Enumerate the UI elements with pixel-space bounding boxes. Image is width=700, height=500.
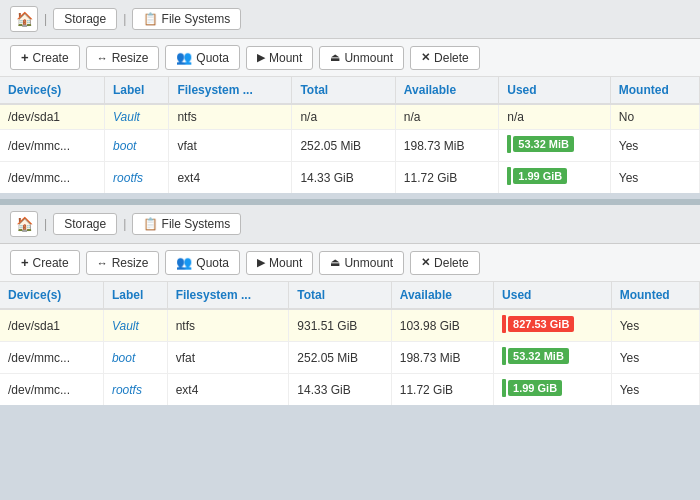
used-cell: 53.32 MiB [494,342,612,374]
table-container: Device(s)LabelFilesystem ...TotalAvailab… [0,77,700,193]
table-body: /dev/sda1 Vault ntfs 931.51 GiB 103.98 G… [0,309,700,405]
total-cell: n/a [292,104,395,130]
mount-button[interactable]: ▶Mount [246,46,313,70]
device-cell: /dev/sda1 [0,104,105,130]
breadcrumb-bar: 🏠 | Storage | 📋 File Systems [0,205,700,244]
breadcrumb-storage[interactable]: Storage [53,213,117,235]
used-bar: 827.53 GiB [502,315,574,333]
plus-icon: + [21,50,29,65]
delete-button[interactable]: ✕Delete [410,46,480,70]
resize-button[interactable]: ↔Resize [86,251,160,275]
panel-1: 🏠 | Storage | 📋 File Systems +Create↔Res… [0,0,700,193]
used-cell: n/a [499,104,611,130]
create-button[interactable]: +Create [10,45,80,70]
table-container: Device(s)LabelFilesystem ...TotalAvailab… [0,282,700,405]
mount-label: Mount [269,51,302,65]
mounted-cell: Yes [611,309,699,342]
col-header-mounted: Mounted [611,282,699,309]
col-header-available: Available [391,282,493,309]
mount-button[interactable]: ▶Mount [246,251,313,275]
home-button[interactable]: 🏠 [10,6,38,32]
label-cell: boot [103,342,167,374]
create-button[interactable]: +Create [10,250,80,275]
col-header-used: Used [494,282,612,309]
mounted-cell: No [610,104,699,130]
quota-label: Quota [196,256,229,270]
quota-label: Quota [196,51,229,65]
breadcrumb-filesystems[interactable]: 📋 File Systems [132,213,241,235]
table-row: /dev/mmc... boot vfat 252.05 MiB 198.73 … [0,342,700,374]
quota-button[interactable]: 👥Quota [165,250,240,275]
col-header-available: Available [395,77,498,104]
used-bar: 53.32 MiB [507,135,574,153]
used-badge: 1.99 GiB [508,380,562,396]
toolbar: +Create↔Resize👥Quota▶Mount⏏Unmount✕Delet… [0,39,700,77]
col-header-filesystem----: Filesystem ... [169,77,292,104]
mount-label: Mount [269,256,302,270]
table-header-row: Device(s)LabelFilesystem ...TotalAvailab… [0,282,700,309]
separator-1: | [42,217,49,231]
used-cell: 53.32 MiB [499,130,611,162]
mount-icon: ▶ [257,51,265,64]
quota-icon: 👥 [176,50,192,65]
table-row: /dev/sda1 Vault ntfs 931.51 GiB 103.98 G… [0,309,700,342]
device-cell: /dev/mmc... [0,374,103,406]
unmount-label: Unmount [344,256,393,270]
mounted-cell: Yes [610,130,699,162]
used-badge: 1.99 GiB [513,168,567,184]
device-cell: /dev/sda1 [0,309,103,342]
home-button[interactable]: 🏠 [10,211,38,237]
used-indicator [507,135,511,153]
resize-label: Resize [112,256,149,270]
col-header-total: Total [292,77,395,104]
used-indicator [502,347,506,365]
resize-button[interactable]: ↔Resize [86,46,160,70]
table-body: /dev/sda1 Vault ntfs n/a n/a n/a No /dev… [0,104,700,193]
filesystem-table: Device(s)LabelFilesystem ...TotalAvailab… [0,282,700,405]
used-cell: 1.99 GiB [494,374,612,406]
breadcrumb-bar: 🏠 | Storage | 📋 File Systems [0,0,700,39]
used-indicator [507,167,511,185]
unmount-icon: ⏏ [330,51,340,64]
filesystem-cell: ext4 [167,374,289,406]
mounted-cell: Yes [610,162,699,194]
breadcrumb-storage[interactable]: Storage [53,8,117,30]
used-badge: 53.32 MiB [508,348,569,364]
device-cell: /dev/mmc... [0,342,103,374]
total-cell: 252.05 MiB [292,130,395,162]
used-cell: 827.53 GiB [494,309,612,342]
available-cell: n/a [395,104,498,130]
col-header-label: Label [103,282,167,309]
col-header-label: Label [105,77,169,104]
quota-button[interactable]: 👥Quota [165,45,240,70]
col-header-mounted: Mounted [610,77,699,104]
total-cell: 252.05 MiB [289,342,391,374]
delete-label: Delete [434,51,469,65]
available-cell: 11.72 GiB [391,374,493,406]
table-row: /dev/mmc... boot vfat 252.05 MiB 198.73 … [0,130,700,162]
used-value: n/a [507,110,524,124]
breadcrumb-filesystems[interactable]: 📋 File Systems [132,8,241,30]
resize-label: Resize [112,51,149,65]
col-header-device-s-: Device(s) [0,282,103,309]
quota-icon: 👥 [176,255,192,270]
delete-icon: ✕ [421,51,430,64]
unmount-label: Unmount [344,51,393,65]
unmount-button[interactable]: ⏏Unmount [319,46,404,70]
available-cell: 103.98 GiB [391,309,493,342]
table-row: /dev/sda1 Vault ntfs n/a n/a n/a No [0,104,700,130]
unmount-button[interactable]: ⏏Unmount [319,251,404,275]
used-indicator [502,379,506,397]
total-cell: 14.33 GiB [289,374,391,406]
create-label: Create [33,51,69,65]
used-cell: 1.99 GiB [499,162,611,194]
delete-label: Delete [434,256,469,270]
used-badge: 53.32 MiB [513,136,574,152]
total-cell: 14.33 GiB [292,162,395,194]
create-label: Create [33,256,69,270]
table-row: /dev/mmc... rootfs ext4 14.33 GiB 11.72 … [0,162,700,194]
unmount-icon: ⏏ [330,256,340,269]
col-header-filesystem----: Filesystem ... [167,282,289,309]
table-header-row: Device(s)LabelFilesystem ...TotalAvailab… [0,77,700,104]
delete-button[interactable]: ✕Delete [410,251,480,275]
